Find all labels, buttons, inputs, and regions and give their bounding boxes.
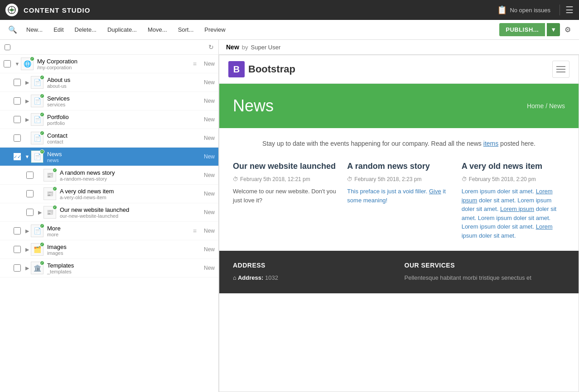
status-dot xyxy=(40,224,44,228)
edit-button[interactable]: Edit xyxy=(49,24,68,36)
item-badge: New xyxy=(204,61,215,67)
hamburger-line xyxy=(556,69,565,70)
card-date: ⏱ February 5th 2018, 2:20 pm xyxy=(462,176,565,182)
item-checkbox[interactable] xyxy=(26,172,34,179)
item-path: a-random-news-story xyxy=(60,176,200,182)
tree-item-services[interactable]: ▶ 📄 Services services New xyxy=(0,92,218,110)
tree-item-old-news[interactable]: ▶ 📰 A very old news item a-very-old-news… xyxy=(0,185,218,203)
item-path: more xyxy=(47,232,193,237)
news-cards: Our new website launched ⏱ February 5th … xyxy=(233,161,565,240)
publish-button[interactable]: PUBLISH... xyxy=(499,23,545,36)
card-text6: ipsum doler sit amet. xyxy=(462,232,516,239)
tree-item-images[interactable]: ▶ 🗂️ Images images New xyxy=(0,240,218,259)
item-checkbox[interactable] xyxy=(4,60,11,67)
issues-icon: 📋 xyxy=(497,5,507,15)
expand-arrow-icon[interactable]: ▶ xyxy=(24,265,31,271)
item-checkbox[interactable] xyxy=(14,79,21,86)
tree-item-portfolio[interactable]: ▶ 📄 Portfolio portfolio New xyxy=(0,110,218,129)
expand-arrow-icon[interactable]: ▼ xyxy=(24,154,31,159)
card-link4[interactable]: Lorem xyxy=(536,223,553,230)
item-checkbox[interactable] xyxy=(14,116,21,123)
card-link3[interactable]: Lorem ipsum xyxy=(500,206,534,212)
duplicate-button[interactable]: Duplicate... xyxy=(103,24,141,36)
select-all-checkbox[interactable] xyxy=(5,44,10,50)
hamburger-menu-icon[interactable]: ☰ xyxy=(565,5,574,15)
card-link[interactable]: Give xyxy=(429,188,441,195)
card-title: A random news story xyxy=(347,161,450,172)
card-title: Our new website launched xyxy=(233,161,336,172)
item-name: News xyxy=(47,151,200,158)
preview-user: Super User xyxy=(251,44,281,51)
footer-heading-2: OUR SERVICES xyxy=(405,262,565,269)
issues-button[interactable]: 📋 No open issues xyxy=(493,3,554,17)
item-badge: New xyxy=(204,79,215,86)
sort-button[interactable]: Sort... xyxy=(174,24,198,36)
issues-label: No open issues xyxy=(510,7,550,14)
item-name: Images xyxy=(47,244,200,250)
item-path: portfolio xyxy=(47,120,200,126)
tagline-link[interactable]: items xyxy=(483,140,498,147)
status-dot xyxy=(40,112,44,117)
tree-item-templates[interactable]: ▶ 🏛️ Templates _templates New xyxy=(0,259,218,277)
item-badge: New xyxy=(204,116,215,123)
item-icon-page: 📄 xyxy=(31,132,43,144)
tree-item-news[interactable]: ✓ ▼ 📄 News news New xyxy=(0,148,218,166)
tree-item-more[interactable]: ▶ 📄 More more ≡ New xyxy=(0,222,218,240)
item-name: More xyxy=(47,225,193,232)
news-body: Stay up to date with the events happenin… xyxy=(219,128,579,251)
status-dot xyxy=(40,242,44,247)
move-button[interactable]: Move... xyxy=(143,24,172,36)
expand-arrow-icon[interactable]: ▶ xyxy=(36,210,43,215)
item-name: Portfolio xyxy=(47,114,200,120)
new-button[interactable]: New... xyxy=(22,24,47,36)
status-dot xyxy=(53,205,57,210)
brand-text: Bootstrap xyxy=(248,63,295,75)
item-badge: New xyxy=(204,228,215,234)
expand-arrow-icon[interactable]: ▶ xyxy=(24,228,31,234)
footer-text-2: Pellentesque habitant morbi tristique se… xyxy=(405,273,565,282)
item-checkbox[interactable]: ✓ xyxy=(14,153,21,160)
item-checkbox[interactable] xyxy=(14,97,21,105)
tree-item-website-launched[interactable]: ▶ 📰 Our new website launched our-new-web… xyxy=(0,203,218,222)
item-icon-templates: 🏛️ xyxy=(31,262,43,274)
top-navbar: CONTENT STUDIO 📋 No open issues ☰ xyxy=(0,0,579,20)
expand-arrow-icon[interactable]: ▶ xyxy=(24,117,31,123)
expand-arrow-icon[interactable]: ▶ xyxy=(24,98,31,104)
card-date: ⏱ February 5th 2018, 2:23 pm xyxy=(347,176,450,182)
expand-arrow-icon[interactable]: ▼ xyxy=(14,61,21,67)
card-date-text: February 5th 2018, 12:21 pm xyxy=(240,176,310,182)
tree-item-my-corporation[interactable]: ▼ 🌐 My Corporation /my-corporation ≡ New xyxy=(0,55,218,73)
item-name: A very old news item xyxy=(60,188,200,195)
item-icon-page: 📄 xyxy=(31,150,43,163)
item-checkbox[interactable] xyxy=(14,227,21,234)
item-checkbox[interactable] xyxy=(26,190,34,197)
item-badge: New xyxy=(204,172,215,178)
tree-header: ↻ xyxy=(0,40,218,55)
preview-button[interactable]: Preview xyxy=(200,24,230,36)
news-hero: News Home / News xyxy=(219,84,579,128)
expand-arrow-icon[interactable]: ▶ xyxy=(24,80,31,86)
drag-handle-icon[interactable]: ≡ xyxy=(193,227,197,234)
breadcrumb-current: News xyxy=(549,102,565,110)
delete-button[interactable]: Delete... xyxy=(70,24,101,36)
tree-item-contact[interactable]: ▶ 📄 Contact contact New xyxy=(0,129,218,148)
search-button[interactable]: 🔍 xyxy=(5,23,20,37)
publish-dropdown-button[interactable]: ▼ xyxy=(547,23,560,36)
item-path: about-us xyxy=(47,83,200,89)
site-brand: B Bootstrap xyxy=(228,61,295,77)
nav-divider xyxy=(560,5,560,15)
app-logo[interactable] xyxy=(5,4,18,16)
tree-item-about-us[interactable]: ▶ 📄 About us about-us New xyxy=(0,73,218,92)
item-checkbox[interactable] xyxy=(14,134,21,142)
item-checkbox[interactable] xyxy=(26,209,34,216)
breadcrumb-home-link[interactable]: Home xyxy=(527,102,544,110)
item-checkbox[interactable] xyxy=(14,264,21,272)
item-checkbox[interactable] xyxy=(14,246,21,253)
refresh-button[interactable]: ↻ xyxy=(208,43,214,51)
nav-hamburger-button[interactable] xyxy=(552,61,569,78)
settings-button[interactable]: ⚙ xyxy=(562,23,574,37)
expand-arrow-icon[interactable]: ▶ xyxy=(24,247,31,253)
drag-handle-icon[interactable]: ≡ xyxy=(193,60,197,67)
toolbar: 🔍 New... Edit Delete... Duplicate... Mov… xyxy=(0,20,579,40)
tree-item-random-news[interactable]: ▶ 📰 A random news story a-random-news-st… xyxy=(0,166,218,185)
